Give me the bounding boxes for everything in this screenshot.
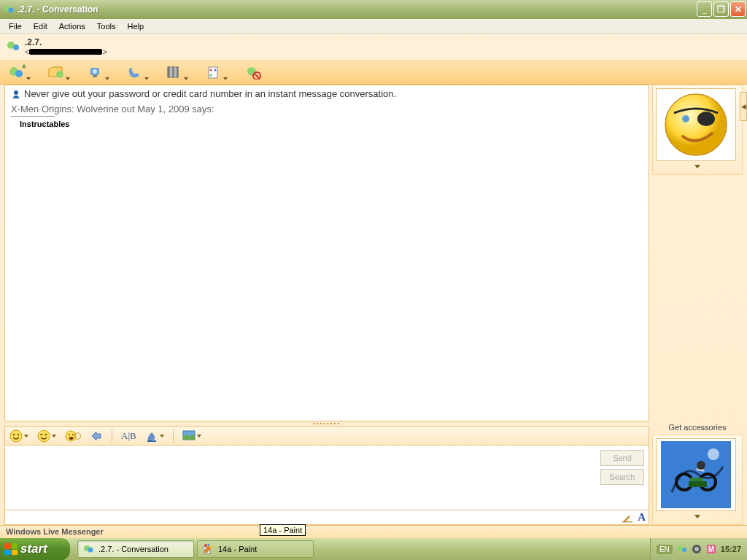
message-body: Instructables — [11, 120, 643, 128]
wink-button[interactable] — [37, 429, 56, 443]
invite-button[interactable]: + — [6, 63, 28, 82]
activities-button[interactable] — [163, 63, 185, 82]
svg-point-29 — [72, 434, 74, 435]
sender-line: X-Men Origins: Wolverine out May 1, 2009… — [11, 104, 643, 114]
contact-block: .2.7. <> — [25, 37, 107, 56]
menu-edit[interactable]: Edit — [28, 20, 53, 32]
svg-point-28 — [69, 434, 70, 435]
title-bar: .2.7. - Conversation _ ❐ ✕ — [0, 0, 747, 19]
voice-call-button[interactable] — [124, 63, 146, 82]
contact-email-redacted — [29, 49, 102, 55]
background-button[interactable] — [182, 430, 201, 442]
share-files-button[interactable] — [45, 63, 67, 82]
close-button[interactable]: ✕ — [730, 1, 746, 17]
contact-picture-frame — [652, 85, 743, 175]
svg-point-25 — [38, 430, 50, 442]
right-column: ◀ Get accessories — [652, 85, 743, 525]
svg-point-39 — [708, 448, 719, 460]
minimize-button[interactable]: _ — [697, 1, 712, 17]
voice-clip-button[interactable] — [65, 429, 81, 443]
compose-footer: A — [4, 510, 649, 525]
contact-name: .2.7. — [25, 37, 107, 47]
contact-display-picture[interactable] — [656, 88, 736, 161]
tray-app-icon[interactable] — [692, 544, 702, 554]
app-icon — [3, 4, 15, 15]
warning-icon — [11, 89, 21, 99]
security-warning: Never give out your password or credit c… — [11, 88, 643, 99]
branding-text: Windows Live Messenger — [6, 527, 104, 536]
tray-m-icon[interactable]: M — [706, 544, 716, 554]
svg-rect-14 — [209, 67, 217, 78]
emoticon-button[interactable] — [9, 429, 28, 443]
svg-point-46 — [88, 548, 93, 553]
svg-point-16 — [214, 69, 217, 71]
search-button[interactable]: Search — [600, 469, 644, 485]
svg-rect-44 — [689, 481, 707, 487]
svg-point-49 — [208, 544, 210, 546]
svg-point-21 — [14, 90, 18, 95]
font-a-icon[interactable]: A — [638, 511, 646, 524]
collapse-sidebar-button[interactable]: ◀ — [740, 92, 747, 121]
buddy-icon — [6, 39, 20, 54]
svg-point-35 — [665, 94, 727, 155]
action-toolbar: + — [0, 60, 747, 85]
clock[interactable]: 15:27 — [721, 545, 741, 553]
taskbar-button-label: .2.7. - Conversation — [98, 545, 169, 553]
font-button[interactable]: A|B — [121, 430, 136, 442]
svg-point-1 — [9, 8, 14, 13]
maximize-button[interactable]: ❐ — [713, 1, 729, 17]
svg-point-52 — [682, 548, 686, 552]
games-button[interactable] — [203, 63, 225, 82]
compose-toolbar: A|B — [4, 426, 649, 445]
send-button[interactable]: Send — [600, 450, 644, 466]
svg-point-48 — [204, 544, 207, 547]
language-indicator[interactable]: EN — [657, 545, 673, 554]
svg-point-15 — [210, 69, 212, 71]
handwriting-icon[interactable] — [622, 513, 633, 523]
contact-email-wrap: <> — [25, 47, 107, 56]
window-title: .2.7. - Conversation — [18, 4, 98, 15]
message-input[interactable] — [5, 446, 596, 510]
svg-line-20 — [255, 74, 260, 79]
menu-tools[interactable]: Tools — [91, 20, 122, 32]
taskbar-button-conversation[interactable]: .2.7. - Conversation — [77, 540, 194, 558]
svg-point-37 — [697, 112, 715, 126]
spacer — [652, 178, 743, 419]
svg-point-36 — [682, 115, 689, 122]
svg-rect-32 — [147, 440, 156, 442]
block-button[interactable] — [242, 63, 264, 82]
compose-box: Send Search — [4, 445, 649, 510]
app-body: .2.7. <> + — [0, 34, 747, 538]
contact-picture-menu[interactable] — [656, 161, 739, 171]
svg-rect-34 — [622, 521, 632, 523]
svg-point-3 — [13, 44, 19, 50]
system-tray: EN M 15:27 — [650, 538, 747, 560]
svg-point-43 — [697, 461, 705, 470]
svg-rect-13 — [174, 67, 177, 77]
conversation-area: Never give out your password or credit c… — [4, 85, 649, 421]
tray-messenger-icon[interactable] — [677, 544, 687, 554]
taskbar-button-paint[interactable]: 14a - Paint — [197, 540, 314, 558]
svg-point-5 — [15, 70, 23, 77]
send-button-group: Send Search — [596, 446, 649, 510]
menu-actions[interactable]: Actions — [53, 20, 91, 32]
menu-help[interactable]: Help — [121, 20, 150, 32]
start-button[interactable]: start — [0, 538, 70, 560]
nudge-button[interactable] — [90, 429, 103, 443]
menu-file[interactable]: File — [3, 20, 28, 32]
get-accessories-link[interactable]: Get accessories — [652, 421, 743, 433]
main-row: Never give out your password or credit c… — [0, 85, 747, 525]
self-picture-menu[interactable] — [656, 511, 739, 521]
separator — [173, 429, 174, 443]
svg-text:+: + — [22, 64, 26, 71]
video-call-button[interactable] — [85, 63, 107, 82]
svg-point-22 — [10, 430, 22, 442]
svg-text:M: M — [708, 545, 714, 553]
branding-bar: Windows Live Messenger 14a - Paint — [0, 525, 747, 538]
self-display-picture[interactable] — [656, 438, 736, 511]
svg-point-24 — [18, 433, 19, 435]
left-column: Never give out your password or credit c… — [4, 85, 649, 525]
font-color-button[interactable] — [145, 429, 164, 443]
svg-point-26 — [45, 433, 47, 435]
svg-point-17 — [210, 74, 212, 77]
